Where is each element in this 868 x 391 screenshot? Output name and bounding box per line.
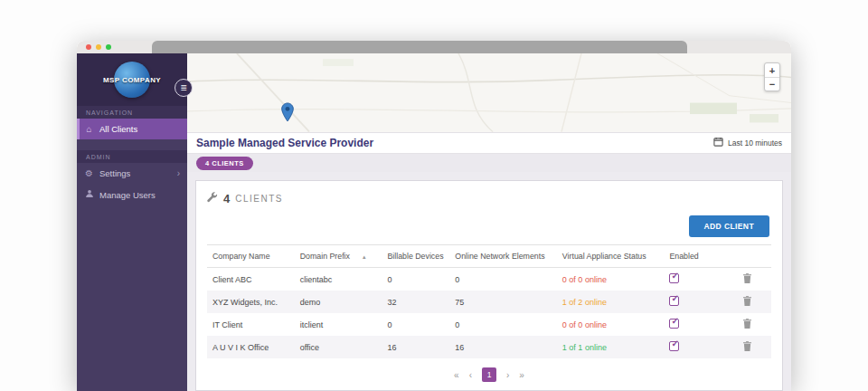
checkmark-icon: ✓ (671, 271, 678, 281)
map-pin-icon[interactable] (280, 102, 295, 122)
sidebar-item-manage-users[interactable]: Manage Users (77, 184, 187, 205)
sort-ascending-icon: ▴ (363, 253, 366, 260)
clients-table: Company Name Domain Prefix▴ Billable Dev… (207, 244, 771, 358)
table-row: IT Client itclient 0 0 0 of 0 online ✓ (207, 313, 771, 336)
col-domain-prefix-label: Domain Prefix (300, 252, 350, 261)
col-company-name[interactable]: Company Name (207, 245, 295, 268)
domain-prefix-cell: itclient (295, 313, 382, 336)
pagination-first[interactable]: « (454, 370, 459, 380)
online-elements-cell: 0 (449, 268, 557, 291)
content-area: 4 CLIENTS ADD CLIENT (187, 172, 791, 391)
enabled-checkbox[interactable]: ✓ (669, 319, 679, 329)
sidebar-item-all-clients[interactable]: ⌂ All Clients (77, 119, 187, 139)
billable-devices-cell: 0 (382, 313, 449, 336)
checkmark-icon: ✓ (671, 316, 678, 326)
add-client-button[interactable]: ADD CLIENT (689, 215, 769, 237)
sidebar-section-navigation: NAVIGATION (77, 106, 187, 119)
app-logo: MSP COMPANY (77, 53, 187, 106)
col-virtual-appliance-status[interactable]: Virtual Appliance Status (557, 245, 665, 268)
pagination-last[interactable]: » (519, 370, 524, 380)
appliance-status-cell: 1 of 2 online (557, 291, 665, 313)
page-title: Sample Managed Service Provider (196, 137, 373, 149)
clients-count-label: CLIENTS (235, 194, 283, 204)
trash-icon[interactable] (743, 321, 751, 330)
col-actions (738, 245, 771, 268)
sidebar-menu-button[interactable]: ≡ (175, 79, 193, 97)
appliance-status-cell: 1 of 1 online (557, 336, 665, 358)
table-row: XYZ Widgets, Inc. demo 32 75 1 of 2 onli… (207, 291, 771, 313)
clients-count-badge: 4 CLIENTS (196, 157, 253, 170)
badge-strip: 4 CLIENTS (187, 154, 791, 172)
chevron-right-icon: › (177, 168, 180, 178)
company-name-cell: IT Client (207, 313, 295, 336)
company-name-cell: XYZ Widgets, Inc. (207, 291, 295, 313)
map-panel[interactable]: + − (187, 53, 791, 133)
time-filter-label: Last 10 minutes (728, 138, 782, 148)
appliance-status-cell: 0 of 0 online (557, 313, 665, 336)
table-header-row: Company Name Domain Prefix▴ Billable Dev… (207, 245, 771, 268)
map-zoom-control: + − (764, 62, 780, 91)
clients-count: 4 (223, 192, 230, 205)
sidebar-item-settings[interactable]: ⚙ Settings › (77, 163, 187, 184)
billable-devices-cell: 32 (382, 291, 449, 313)
enabled-checkbox[interactable]: ✓ (669, 273, 679, 283)
trash-icon[interactable] (743, 344, 751, 353)
sidebar-item-label: Manage Users (99, 190, 156, 200)
pagination-page-1[interactable]: 1 (482, 367, 496, 382)
pagination: « ‹ 1 › » (207, 367, 771, 382)
enabled-checkbox[interactable]: ✓ (669, 296, 679, 306)
close-window-icon[interactable] (86, 44, 91, 50)
table-row: Client ABC clientabc 0 0 0 of 0 online ✓ (207, 268, 771, 291)
company-name-cell: Client ABC (207, 268, 295, 291)
sidebar: MSP COMPANY NAVIGATION ⌂ All Clients ADM… (77, 53, 187, 391)
sidebar-section-admin: ADMIN (77, 150, 187, 163)
checkmark-icon: ✓ (671, 293, 678, 303)
col-enabled[interactable]: Enabled (664, 245, 737, 268)
trash-icon[interactable] (743, 299, 751, 308)
domain-prefix-cell: demo (295, 291, 382, 313)
calendar-icon (713, 137, 723, 148)
col-domain-prefix[interactable]: Domain Prefix▴ (295, 245, 382, 268)
user-icon (84, 189, 94, 200)
sidebar-item-label: Settings (99, 168, 130, 178)
online-elements-cell: 75 (449, 291, 557, 313)
home-icon: ⌂ (84, 124, 94, 134)
pagination-prev[interactable]: ‹ (469, 370, 472, 380)
checkmark-icon: ✓ (671, 339, 678, 348)
hamburger-icon: ≡ (180, 82, 186, 93)
online-elements-cell: 16 (449, 336, 557, 358)
trash-icon[interactable] (743, 276, 751, 285)
title-bar: Sample Managed Service Provider Last 10 … (187, 133, 791, 155)
sidebar-item-label: All Clients (99, 124, 137, 134)
col-billable-devices[interactable]: Billable Devices (382, 245, 449, 268)
logo-text: MSP COMPANY (103, 76, 161, 84)
enabled-checkbox[interactable]: ✓ (669, 341, 679, 351)
table-row: A U V I K Office office 16 16 1 of 1 onl… (207, 336, 771, 358)
gear-icon: ⚙ (84, 168, 94, 178)
pagination-next[interactable]: › (506, 370, 509, 380)
page-background: MSP COMPANY NAVIGATION ⌂ All Clients ADM… (0, 0, 868, 391)
col-online-network-elements[interactable]: Online Network Elements (449, 245, 557, 268)
minimize-window-icon[interactable] (96, 44, 101, 50)
browser-chrome (77, 41, 791, 53)
map-roads (187, 53, 791, 132)
maximize-window-icon[interactable] (106, 44, 111, 50)
billable-devices-cell: 0 (382, 268, 449, 291)
company-name-cell: A U V I K Office (207, 336, 295, 358)
time-filter[interactable]: Last 10 minutes (713, 137, 782, 148)
zoom-in-button[interactable]: + (765, 63, 779, 77)
appliance-status-cell: 0 of 0 online (557, 268, 665, 291)
browser-window: MSP COMPANY NAVIGATION ⌂ All Clients ADM… (77, 41, 791, 391)
domain-prefix-cell: office (295, 336, 382, 358)
billable-devices-cell: 16 (382, 336, 449, 358)
clients-card: 4 CLIENTS ADD CLIENT (195, 180, 783, 391)
browser-tab-strip (152, 41, 687, 53)
domain-prefix-cell: clientabc (295, 268, 382, 291)
zoom-out-button[interactable]: − (765, 77, 779, 91)
wrench-icon (207, 190, 218, 206)
online-elements-cell: 0 (449, 313, 557, 336)
